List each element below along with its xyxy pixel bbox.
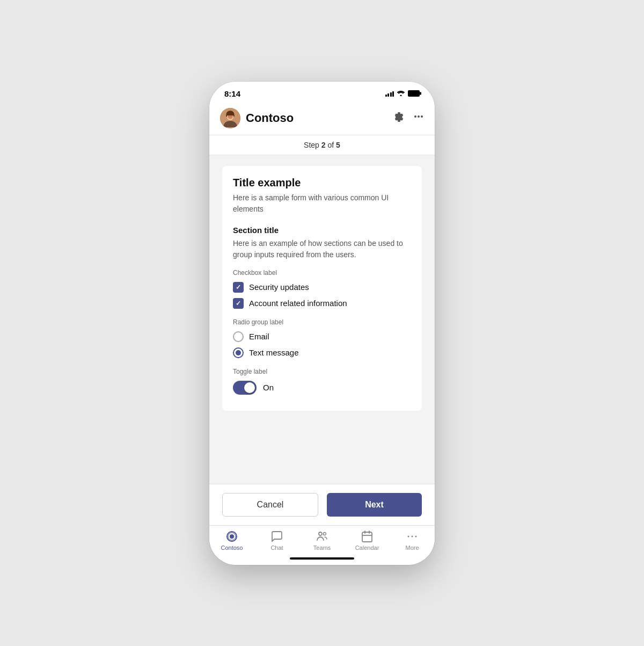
header-left: Contoso [220,108,294,128]
radio-text-label: Text message [249,348,299,357]
outer-wrapper: 8:14 [0,0,644,646]
action-bar: Cancel Next [209,484,435,525]
step-indicator: Step 2 of 5 [209,135,435,155]
checkbox-account-label: Account related information [249,299,347,308]
radio-item-email[interactable]: Email [233,331,411,342]
svg-point-5 [414,115,416,118]
nav-item-chat[interactable]: Chat [254,530,299,551]
home-bar [290,557,354,560]
checkbox-item[interactable]: ✓ Account related information [233,298,411,309]
svg-point-19 [415,535,417,537]
app-header: Contoso [209,103,435,135]
more-options-icon[interactable] [413,111,424,125]
section-title: Section title [233,226,411,235]
toggle-state-label: On [263,383,274,392]
status-icons [385,90,420,98]
svg-point-17 [408,535,409,537]
header-actions [392,111,424,125]
settings-icon[interactable] [392,111,404,125]
nav-label-teams: Teams [313,545,331,551]
svg-rect-13 [362,532,372,542]
svg-point-12 [324,532,326,535]
bottom-nav: Contoso Chat Teams [209,525,435,554]
status-bar: 8:14 [209,82,435,103]
status-time: 8:14 [224,89,240,98]
radio-field-label: Radio group label [233,318,411,326]
nav-label-contoso: Contoso [221,545,243,551]
checkbox-security-label: Security updates [249,282,309,292]
checkmark-icon: ✓ [236,300,241,307]
nav-label-more: More [405,545,419,551]
toggle-group: On [233,381,411,395]
phone-frame: 8:14 [209,82,435,565]
checkbox-field-label: Checkbox label [233,269,411,277]
svg-point-9 [230,534,234,539]
content-area: Title example Here is a sample form with… [209,155,435,484]
svg-point-7 [421,115,423,118]
checkbox-group: ✓ Security updates ✓ Account related inf… [233,282,411,309]
radio-selected-dot [236,350,241,355]
radio-text[interactable] [233,347,244,358]
checkbox-item[interactable]: ✓ Security updates [233,282,411,293]
svg-point-11 [319,532,322,535]
toggle-track[interactable] [233,381,257,395]
radio-email[interactable] [233,331,244,342]
toggle-field-label: Toggle label [233,368,411,375]
nav-item-teams[interactable]: Teams [299,530,345,551]
radio-item-text[interactable]: Text message [233,347,411,358]
wifi-icon [397,90,405,98]
radio-group: Email Text message [233,331,411,358]
form-title: Title example [233,177,411,189]
avatar [220,108,240,128]
toggle-thumb [244,382,255,393]
cancel-button[interactable]: Cancel [222,493,318,517]
signal-icon [385,90,394,97]
form-card: Title example Here is a sample form with… [222,166,422,411]
form-description: Here is a sample form with various commo… [233,192,411,215]
nav-item-more[interactable]: More [390,530,435,551]
checkbox-security[interactable]: ✓ [233,282,244,293]
svg-point-6 [418,115,420,118]
svg-point-18 [412,535,413,537]
nav-item-calendar[interactable]: Calendar [345,530,390,551]
nav-label-chat: Chat [270,545,283,551]
checkbox-account[interactable]: ✓ [233,298,244,309]
battery-icon [408,90,420,97]
app-title: Contoso [246,111,294,125]
toggle-item[interactable]: On [233,381,411,395]
next-button[interactable]: Next [327,493,422,517]
radio-email-label: Email [249,332,269,341]
home-indicator [209,554,435,565]
section-description: Here is an example of how sections can b… [233,238,411,260]
checkmark-icon: ✓ [236,284,241,291]
nav-label-calendar: Calendar [355,545,379,551]
nav-item-contoso[interactable]: Contoso [209,530,254,551]
